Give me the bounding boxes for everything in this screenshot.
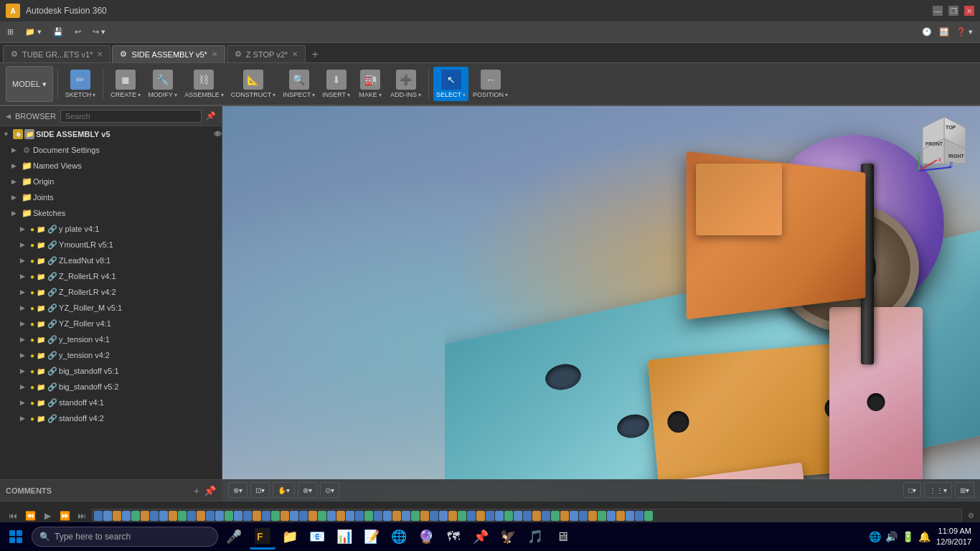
tl-marker[interactable] [504, 511, 513, 521]
tl-play-button[interactable]: ▶ [40, 509, 55, 523]
tl-marker[interactable] [467, 511, 476, 521]
tl-marker[interactable] [458, 511, 466, 521]
taskbar-app-app3[interactable]: 🦅 [495, 524, 521, 550]
toolbar-addins[interactable]: ➕ ADD-INS▾ [387, 67, 424, 101]
vp-display-button[interactable]: □▾ [903, 482, 921, 498]
tl-marker[interactable] [551, 511, 560, 521]
tray-network-icon[interactable]: 🌐 [869, 531, 881, 542]
tree-item-yplate[interactable]: ▶ ● 📁 🔗 y plate v4:1 [0, 221, 222, 237]
root-eye-icon[interactable]: 👁 [214, 130, 222, 138]
vp-fitview-button[interactable]: ⊙▾ [320, 482, 339, 498]
toolbar-create[interactable]: ◼ CREATE▾ [108, 67, 143, 101]
vp-move-button[interactable]: ⊕▾ [228, 482, 248, 498]
taskbar-app-explorer[interactable]: 📁 [277, 524, 303, 550]
file-button[interactable]: 📁 ▾ [21, 24, 46, 40]
tree-item-zrollerlr1[interactable]: ▶ ● 📁 🔗 Z_RollerLR v4:1 [0, 268, 222, 284]
tl-marker[interactable] [243, 511, 252, 521]
toolbar-assemble[interactable]: ⛓ ASSEMBLE▾ [182, 67, 227, 101]
tl-marker[interactable] [523, 511, 532, 521]
tl-marker[interactable] [392, 511, 401, 521]
tl-marker[interactable] [486, 511, 494, 521]
redo-button[interactable]: ↪ ▾ [88, 24, 110, 40]
tl-marker[interactable] [131, 511, 140, 521]
tab-close-2[interactable]: ✕ [292, 50, 298, 58]
tl-marker[interactable] [290, 511, 298, 521]
tl-marker[interactable] [308, 511, 317, 521]
tree-item-ytension2[interactable]: ▶ ● 📁 🔗 y_tension v4:2 [0, 347, 222, 363]
taskbar-app-app2[interactable]: 📌 [468, 524, 494, 550]
tl-marker[interactable] [374, 511, 382, 521]
tree-root[interactable]: ▼ ◆ 📁 SIDE ASSEMBLY v5 👁 [0, 126, 222, 142]
maximize-button[interactable]: ❐ [948, 6, 958, 16]
toolbar-inspect[interactable]: 🔍 INSPECT▾ [280, 67, 318, 101]
save-button[interactable]: 💾 [49, 24, 67, 40]
tl-marker[interactable] [448, 511, 457, 521]
toolbar-sketch[interactable]: ✏ SKETCH▾ [62, 67, 99, 101]
browser-pin-icon[interactable]: 📌 [206, 111, 216, 121]
tl-marker[interactable] [560, 511, 569, 521]
taskbar-app-fusion[interactable]: F [250, 524, 275, 550]
tl-marker[interactable] [588, 511, 597, 521]
tl-marker[interactable] [150, 511, 159, 521]
tl-marker[interactable] [253, 511, 261, 521]
viewcube[interactable]: TOP FRONT RIGHT X Y Z [915, 113, 973, 171]
help-button[interactable]: ❓ ▾ [952, 24, 977, 40]
tl-marker[interactable] [364, 511, 373, 521]
taskbar-app-monitor[interactable]: 🖥 [550, 524, 575, 550]
tl-marker[interactable] [542, 511, 550, 521]
tl-marker[interactable] [103, 511, 112, 521]
system-clock[interactable]: 11:09 AM 12/9/2017 [936, 526, 971, 548]
timeline-track[interactable] [92, 509, 962, 523]
tab-tube-gr[interactable]: ⚙ TUBE GR...ETS v1* ✕ [3, 45, 110, 62]
tl-marker[interactable] [141, 511, 149, 521]
toolbar-select[interactable]: ↖ SELECT▾ [433, 67, 468, 101]
tl-marker[interactable] [420, 511, 429, 521]
tl-marker[interactable] [430, 511, 438, 521]
tl-marker[interactable] [178, 511, 187, 521]
viewport[interactable]: TOP FRONT RIGHT X Y Z ⊕▾ ⊡▾ ✋▾ ⊕▾ ⊙▾ □▾ [222, 106, 980, 501]
toolbar-modify[interactable]: 🔧 MODIFY▾ [145, 67, 180, 101]
toolbar-construct[interactable]: 📐 CONSTRUCT▾ [228, 67, 279, 101]
tl-marker[interactable] [336, 511, 345, 521]
tl-marker[interactable] [197, 511, 205, 521]
toolbar-insert[interactable]: ⬇ INSERT▾ [319, 67, 353, 101]
taskbar-app-music[interactable]: 🎵 [522, 524, 548, 550]
tree-item-origin[interactable]: ▶ 📁 Origin [0, 174, 222, 189]
tl-next-end-button[interactable]: ⏭ [75, 509, 89, 523]
tree-item-yzrollerm[interactable]: ▶ ● 📁 🔗 YZ_Roller_M v5:1 [0, 300, 222, 316]
vp-orbit-button[interactable]: ⊕▾ [298, 482, 317, 498]
tl-marker[interactable] [215, 511, 224, 521]
tl-marker[interactable] [262, 511, 270, 521]
tl-settings-icon[interactable]: ⚙ [968, 512, 974, 519]
browser-search-input[interactable] [60, 110, 202, 123]
taskbar-app-app1[interactable]: 🔮 [413, 524, 439, 550]
tree-item-bigstandoff2[interactable]: ▶ ● 📁 🔗 big_standoff v5:2 [0, 379, 222, 395]
tl-next-button[interactable]: ⏩ [57, 509, 72, 523]
tl-marker[interactable] [644, 511, 653, 521]
tl-marker[interactable] [598, 511, 606, 521]
tl-marker[interactable] [346, 511, 354, 521]
taskbar-search[interactable]: 🔍 Type here to search [32, 527, 218, 547]
tl-marker[interactable] [281, 511, 289, 521]
taskbar-app-chrome[interactable]: 🌐 [386, 524, 412, 550]
tree-item-ytension1[interactable]: ▶ ● 📁 🔗 y_tension v4:1 [0, 331, 222, 347]
taskbar-app-word[interactable]: 📝 [359, 524, 385, 550]
tray-battery-icon[interactable]: 🔋 [902, 531, 914, 542]
tl-marker[interactable] [635, 511, 644, 521]
tl-marker[interactable] [402, 511, 410, 521]
tl-marker[interactable] [532, 511, 541, 521]
tl-marker[interactable] [159, 511, 168, 521]
close-button[interactable]: ✕ [964, 6, 974, 16]
tree-item-doc-settings[interactable]: ▶ ⚙ Document Settings [0, 142, 222, 158]
tl-marker[interactable] [495, 511, 504, 521]
tl-marker[interactable] [113, 511, 121, 521]
vp-pan-button[interactable]: ✋▾ [273, 482, 295, 498]
tl-marker[interactable] [626, 511, 634, 521]
vp-grid-button[interactable]: ⋮⋮▾ [924, 482, 952, 498]
tree-item-bigstandoff1[interactable]: ▶ ● 📁 🔗 big_standoff v5:1 [0, 363, 222, 379]
add-tab-button[interactable]: + [307, 47, 323, 62]
comments-add-button[interactable]: + [194, 485, 199, 496]
tab-close-1[interactable]: ✕ [212, 50, 217, 58]
tree-item-sketches[interactable]: ▶ 📁 Sketches [0, 205, 222, 221]
tl-marker[interactable] [327, 511, 336, 521]
